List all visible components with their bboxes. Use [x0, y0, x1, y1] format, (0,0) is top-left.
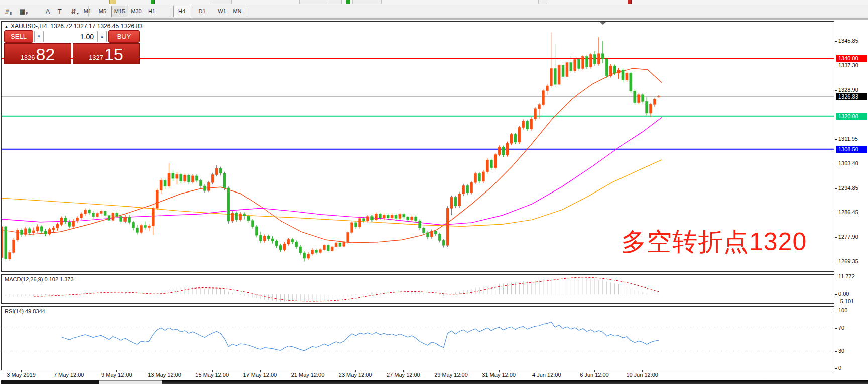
grid-fibo-tool-icon[interactable]: ▦F [17, 6, 30, 17]
chart-annotation: 多空转折点1320 [621, 225, 807, 259]
price-tick-label: 1345.85 [838, 38, 867, 44]
timeframe-MN[interactable]: MN [230, 6, 245, 17]
toolbar-fragment [352, 0, 382, 4]
clipped-toolbar-strip [0, 0, 868, 5]
timeframe-D1[interactable]: D1 [195, 6, 209, 17]
volume-decrease-button[interactable]: ▼ [34, 31, 44, 42]
timeframe-M1[interactable]: M1 [80, 6, 95, 17]
price-tick-label: 1269.35 [838, 258, 867, 264]
bid-price-panel[interactable]: 1326 82 [4, 43, 71, 64]
rsi-chart [2, 307, 834, 370]
time-axis-label: 31 May 12:00 [476, 372, 522, 378]
chart-toolbar: ⫻E▦FAT⇵▾ M1M5M15M30H1H4D1W1MN [0, 5, 868, 19]
price-tick-label: 1277.90 [838, 234, 867, 240]
axis-tick-mark [835, 368, 837, 369]
one-click-trading-widget: SELL ▼ ▲ BUY 1326 82 1327 15 [4, 30, 140, 64]
price-badge-1326.83: 1326.83 [836, 93, 867, 100]
axis-tick-mark [835, 90, 837, 91]
timeframe-H4[interactable]: H4 [173, 6, 190, 17]
chart-title: ▲XAUUSD-,H4 1326.72 1327.17 1326.45 1326… [4, 23, 143, 30]
toolbar-separator [170, 6, 170, 17]
price-tick-label: 1328.90 [838, 87, 867, 93]
ask-price-panel[interactable]: 1327 15 [73, 43, 140, 64]
price-tick-label: 1337.30 [838, 62, 867, 68]
toolbar-fragment [346, 0, 350, 4]
timeframe-M30[interactable]: M30 [128, 6, 144, 17]
toolbar-fragment [628, 0, 632, 4]
time-axis[interactable]: 3 May 20197 May 12:009 May 12:0013 May 1… [1, 370, 834, 380]
price-tick-label: 1303.40 [838, 160, 867, 166]
rsi-tick-label: 30 [838, 348, 867, 354]
axis-tick-mark [835, 188, 837, 189]
axis-tick-mark [835, 311, 837, 311]
axis-tick-mark [835, 139, 837, 140]
toolbar-fragment [151, 0, 155, 4]
macd-panel [1, 274, 834, 304]
rsi-tick-label: 100 [838, 307, 867, 313]
axis-tick-mark [835, 328, 837, 329]
macd-tick-label: 0.00 [838, 291, 867, 297]
price-axis[interactable]: 1345.851337.301328.901311.951303.401294.… [835, 0, 868, 384]
price-tick-label: 1286.45 [838, 209, 867, 215]
timeframe-M15[interactable]: M15 [111, 6, 128, 17]
time-axis-label: 6 Jun 12:00 [572, 372, 617, 378]
time-axis-label: 29 May 12:00 [428, 372, 473, 378]
arrows-tool-icon[interactable]: ⇵▾ [68, 6, 81, 17]
axis-tick-mark [835, 164, 837, 164]
time-axis-label: 10 Jun 12:00 [619, 372, 665, 378]
time-axis-label: 4 Jun 12:00 [524, 372, 569, 378]
time-axis-label: 3 May 2019 [0, 372, 44, 378]
window-fragment [1, 380, 99, 384]
sell-button[interactable]: SELL [4, 30, 33, 43]
axis-tick-mark [835, 351, 837, 352]
axis-tick-mark [835, 262, 837, 262]
toolbar-fragment [109, 0, 116, 4]
rsi-label: RSI(14) 49.8344 [5, 308, 45, 314]
price-tick-label: 1311.95 [838, 136, 867, 142]
time-axis-label: 13 May 12:00 [142, 372, 187, 378]
time-axis-label: 23 May 12:00 [333, 372, 378, 378]
toolbar-separator [247, 6, 247, 17]
price-badge-1320.00: 1320.00 [836, 113, 867, 120]
volume-input[interactable] [44, 31, 97, 42]
bid-price-small: 1326 [21, 54, 35, 61]
draw-lines-tool-icon[interactable]: ⫻E [2, 6, 15, 17]
ohlc-readout: 1326.72 1327.17 1326.45 1326.83 [50, 23, 143, 30]
toolbar-fragment [210, 0, 232, 4]
ask-price-small: 1327 [89, 54, 103, 61]
time-axis-label: 17 May 12:00 [237, 372, 283, 378]
time-axis-label: 27 May 12:00 [381, 372, 426, 378]
axis-tick-mark [835, 237, 837, 238]
bid-price-big: 82 [36, 46, 55, 63]
axis-tick-mark [835, 302, 837, 302]
time-axis-label: 21 May 12:00 [285, 372, 330, 378]
toolbar-fragment [329, 0, 342, 4]
price-tick-label: 1294.85 [838, 185, 867, 191]
axis-tick-mark [835, 41, 837, 42]
timeframe-M5[interactable]: M5 [95, 6, 110, 17]
rsi-tick-label: 70 [838, 325, 867, 331]
price-badge-1340.00: 1340.00 [836, 55, 867, 62]
time-axis-label: 9 May 12:00 [94, 372, 139, 378]
macd-chart [2, 275, 834, 303]
collapse-icon[interactable]: ▲ [4, 24, 9, 29]
buy-button[interactable]: BUY [108, 30, 140, 43]
macd-tick-label: -5.101 [838, 298, 867, 304]
mt4-terminal: ⫻E▦FAT⇵▾ M1M5M15M30H1H4D1W1MN ▲XAUUSD-,H… [0, 0, 868, 384]
timeframe-W1[interactable]: W1 [215, 6, 229, 17]
axis-tick-mark [835, 66, 837, 66]
axis-tick-mark [835, 213, 837, 213]
label-tool-icon[interactable]: T [53, 6, 66, 17]
timeframe-H1[interactable]: H1 [145, 6, 159, 17]
macd-label: MACD(12,26,9) 0.102 1.373 [5, 276, 74, 282]
axis-tick-mark [835, 294, 837, 295]
rsi-tick-label: 0 [838, 365, 867, 371]
time-axis-label: 15 May 12:00 [190, 372, 235, 378]
volume-increase-button[interactable]: ▲ [97, 31, 107, 42]
macd-tick-label: 11.772 [838, 273, 867, 279]
price-badge-1308.50: 1308.50 [836, 146, 867, 153]
time-axis-label: 7 May 12:00 [46, 372, 91, 378]
ask-price-big: 15 [104, 46, 123, 63]
window-top-border [0, 19, 868, 20]
text-tool-icon[interactable]: A [41, 6, 54, 17]
